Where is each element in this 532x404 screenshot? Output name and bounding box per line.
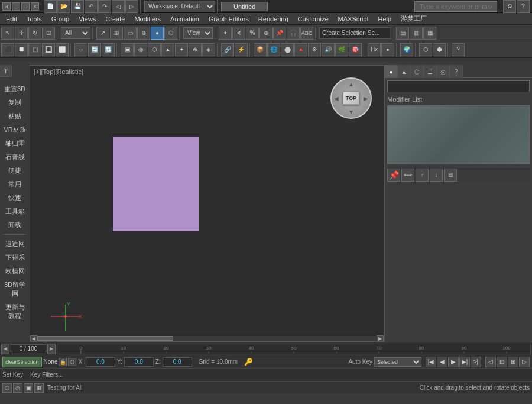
tb2-14[interactable]: ⊕ (189, 43, 202, 56)
percent-btn[interactable]: % (246, 27, 259, 40)
pb-e4[interactable]: ▷ (519, 357, 530, 367)
snap-btn[interactable]: ✦ (219, 27, 232, 40)
tb2-30[interactable]: ⬢ (433, 43, 446, 56)
select2-btn[interactable]: ⊞ (110, 27, 123, 40)
rp-arrow-btn[interactable]: ↓ (430, 169, 443, 182)
tb2-15[interactable]: ◈ (202, 43, 215, 56)
right-tab-5[interactable]: ◎ (437, 65, 450, 78)
sidebar-item-2[interactable]: 粘贴 (1, 110, 28, 122)
rp-config-btn[interactable]: ⊟ (444, 169, 457, 182)
right-tab-modify[interactable]: ● (385, 65, 398, 78)
tb2-27[interactable]: ● (381, 43, 394, 56)
menu-item-help[interactable]: Help (374, 14, 397, 24)
tb2-12[interactable]: ▲ (161, 43, 174, 56)
scroll-thumb[interactable] (37, 336, 173, 341)
sidebar-bottom-item-3[interactable]: 3D留学网 (1, 279, 28, 300)
tb2-11[interactable]: ⬡ (148, 43, 161, 56)
pb-e3[interactable]: ⊞ (508, 357, 518, 367)
menu-item-animation[interactable]: Animation (166, 14, 204, 24)
tb2-18[interactable]: 📦 (254, 43, 267, 56)
frame-display[interactable]: 0 / 100 (11, 344, 46, 353)
search-input[interactable] (414, 1, 497, 12)
viewport[interactable]: [+][Top][Realistic] TOP ▲ ▼ ◀ ▶ Y X (30, 66, 384, 341)
new-btn[interactable]: 📄 (44, 0, 57, 13)
sidebar-item-0[interactable]: 重置3D (1, 83, 28, 95)
menu-item-group[interactable]: Group (47, 14, 74, 24)
sidebar-item-6[interactable]: 便捷 (1, 164, 28, 177)
tb2-8[interactable]: 🔃 (102, 43, 115, 56)
sidebar-item-4[interactable]: 轴归零 (1, 137, 28, 150)
menu-item-modifiers[interactable]: Modifiers (129, 14, 166, 24)
auto-key-select[interactable]: Selected (374, 357, 421, 367)
play-btn[interactable]: ▶ (448, 357, 459, 367)
extra-btn3[interactable]: ▦ (423, 27, 436, 40)
extra-btn2[interactable]: ▥ (410, 27, 423, 40)
undo-btn[interactable]: ↶ (85, 0, 98, 13)
rp-pin-btn[interactable]: 📌 (387, 169, 400, 182)
rp-align-btn[interactable]: ⟺ (401, 169, 414, 182)
sidebar-bottom-item-0[interactable]: 逼迫网 (1, 238, 28, 250)
right-tab-4[interactable]: ☰ (424, 65, 437, 78)
sidebar-item-3[interactable]: VR材质 (1, 124, 28, 136)
circle-sel-btn[interactable]: ● (151, 27, 164, 40)
z-input[interactable] (163, 357, 192, 367)
tb2-25[interactable]: 🎯 (349, 43, 362, 56)
settings-btn[interactable]: ⚙ (503, 0, 516, 13)
tl-scroll-right[interactable]: ▶ (47, 344, 56, 354)
help-icon-btn[interactable]: ? (452, 43, 465, 56)
menu-item-maxscript[interactable]: MAXScript (333, 14, 374, 24)
rect-sel-btn[interactable]: ▭ (124, 27, 137, 40)
rp-branch-btn[interactable]: ⑂ (416, 169, 429, 182)
tb2-21[interactable]: 🔺 (294, 43, 307, 56)
right-tab-3[interactable]: ⬡ (411, 65, 424, 78)
tb2-10[interactable]: ◎ (134, 43, 147, 56)
scale-btn[interactable]: ⊡ (42, 27, 55, 40)
nav-circle[interactable]: TOP ▲ ▼ ◀ ▶ (330, 77, 372, 119)
right-tab-2[interactable]: ▲ (398, 65, 411, 78)
tb2-1[interactable]: ⬛ (1, 43, 14, 56)
clear-selection-btn[interactable]: clearSelection (2, 357, 42, 367)
sidebar-item-10[interactable]: 卸载 (1, 219, 28, 231)
next-frame-btn[interactable]: ▶| (459, 357, 470, 367)
scroll-track[interactable] (37, 336, 377, 341)
selection-input[interactable]: Create Selection Se... (319, 27, 390, 39)
tb2-9[interactable]: ▣ (121, 43, 134, 56)
poly-sel-btn[interactable]: ⬡ (164, 27, 177, 40)
tl-scroll-left[interactable]: ◀ (1, 344, 9, 354)
tb2-7[interactable]: 🔄 (88, 43, 101, 56)
tb2-24[interactable]: 🌿 (335, 43, 348, 56)
angle-btn[interactable]: ∢ (232, 27, 245, 40)
abc-btn[interactable]: ABC (300, 27, 313, 40)
tb2-3[interactable]: ⬚ (28, 43, 41, 56)
help-btn[interactable]: ? (517, 0, 530, 13)
scroll-right[interactable]: ▶ (377, 335, 384, 341)
menu-item-rendering[interactable]: Rendering (254, 14, 293, 24)
sidebar-bottom-item-2[interactable]: 欧模网 (1, 265, 28, 277)
filter-select[interactable]: All (61, 27, 90, 39)
tb2-17[interactable]: ⚡ (235, 43, 248, 56)
tb2-26[interactable]: Hx (368, 43, 381, 56)
tb2-29[interactable]: ⬡ (419, 43, 432, 56)
sidebar-item-9[interactable]: 工具箱 (1, 205, 28, 218)
sidebar-item-7[interactable]: 常用 (1, 178, 28, 190)
go-end-btn[interactable]: >| (471, 357, 481, 367)
select-mode-btn[interactable]: ↖ (1, 27, 14, 40)
maximize-btn[interactable]: □ (21, 2, 30, 11)
tb2-28[interactable]: 🌍 (400, 43, 413, 56)
select-btn[interactable]: ↗ (96, 27, 109, 40)
back-btn[interactable]: ◁ (112, 0, 125, 13)
tb2-4[interactable]: 🔳 (42, 43, 55, 56)
workspace-select[interactable]: Workspace: Default (144, 1, 215, 12)
save-btn[interactable]: 💾 (71, 0, 84, 13)
sidebar-bottom-item-4[interactable]: 更新与教程 (1, 301, 28, 322)
scroll-left[interactable]: ◀ (30, 335, 37, 341)
pb-e1[interactable]: ◁ (485, 357, 496, 367)
right-tab-help[interactable]: ? (450, 65, 463, 78)
minimize-btn[interactable]: _ (12, 2, 20, 11)
timeline-ruler[interactable]: 0 10 20 30 40 50 60 70 80 90 1 (57, 344, 531, 354)
redo-btn[interactable]: ↷ (98, 0, 111, 13)
headphone-btn[interactable]: 🎧 (287, 27, 300, 40)
menu-item-views[interactable]: Views (74, 14, 100, 24)
extra-btn1[interactable]: ▤ (396, 27, 409, 40)
spinner-btn[interactable]: ⊕ (259, 27, 273, 40)
